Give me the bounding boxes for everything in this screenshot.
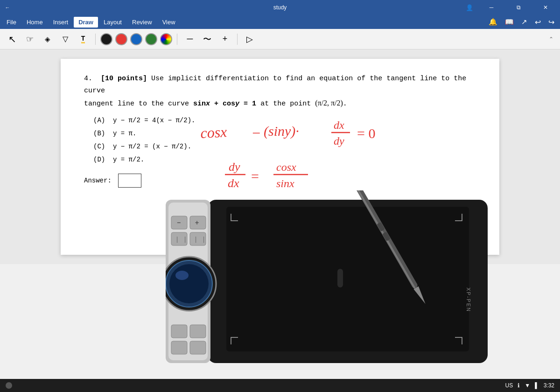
question-number: 4.: [84, 75, 92, 83]
menu-insert[interactable]: Insert: [49, 17, 73, 28]
add-tool[interactable]: +: [217, 32, 232, 47]
line-tool[interactable]: ─: [182, 32, 197, 47]
separator-2: [177, 34, 177, 45]
tablet-svg: − + │ │ │ │ XP-PEN: [166, 190, 492, 377]
menu-file[interactable]: File: [2, 17, 21, 28]
question-points: [10 points]: [101, 75, 147, 83]
answer-row: Answer:: [84, 174, 476, 188]
svg-point-22: [169, 264, 209, 303]
eraser-tool[interactable]: ◈: [40, 32, 55, 47]
bell-icon[interactable]: 🔔: [489, 18, 497, 26]
status-right: US ℹ ▼ ▌ 3:32: [505, 382, 554, 389]
book-icon[interactable]: 📖: [505, 18, 514, 26]
status-left: [6, 382, 12, 389]
status-circle: [6, 382, 12, 389]
separator-3: [237, 34, 238, 45]
color-multicolor[interactable]: [160, 33, 172, 45]
color-green[interactable]: [145, 33, 157, 45]
choice-a: (A) y − π/2 = 4(x − π/2).: [93, 114, 476, 127]
menu-view[interactable]: View: [158, 17, 180, 28]
share-icon[interactable]: ↗: [521, 18, 527, 26]
hand-tool[interactable]: ☞: [22, 32, 37, 47]
highlighter-tool[interactable]: T: [76, 32, 91, 47]
title-bar: ← study 👤 ─ ⧉ ✕: [0, 0, 560, 15]
question-text-line2: tangent line to the curve sinx + cosy = …: [84, 100, 347, 108]
back-button[interactable]: ←: [4, 4, 11, 11]
ribbon-collapse[interactable]: ⌃: [547, 34, 555, 44]
svg-text:│: │: [184, 236, 187, 243]
signal-icon: ▼: [525, 382, 530, 389]
svg-rect-30: [190, 325, 206, 338]
svg-text:XP-PEN: XP-PEN: [466, 287, 471, 312]
choice-d: (D) y = π/2.: [93, 153, 476, 166]
profile-icon[interactable]: 👤: [466, 4, 473, 11]
title-bar-left: ←: [4, 4, 11, 11]
wave-tool[interactable]: 〜: [200, 32, 215, 47]
choice-c: (C) y − π/2 = (x − π/2).: [93, 140, 476, 153]
menu-review[interactable]: Review: [127, 17, 157, 28]
window-title: study: [273, 4, 287, 11]
svg-rect-32: [190, 341, 206, 354]
status-bar: US ℹ ▼ ▌ 3:32: [0, 379, 560, 392]
svg-rect-31: [171, 341, 187, 354]
svg-text:│: │: [176, 236, 179, 243]
clock: 3:32: [544, 382, 554, 389]
undo-icon[interactable]: ↩: [535, 18, 541, 27]
answer-choices: (A) y − π/2 = 4(x − π/2). (B) y = π. (C)…: [93, 114, 476, 166]
info-icon: ℹ: [518, 382, 520, 389]
redo-icon[interactable]: ↪: [548, 18, 554, 27]
menu-bar: File Home Insert Draw Layout Review View…: [0, 15, 560, 29]
minimize-button[interactable]: ─: [481, 0, 502, 15]
svg-rect-29: [171, 325, 187, 338]
pointer-tool[interactable]: ▷: [242, 32, 257, 47]
answer-input[interactable]: [118, 174, 141, 188]
filter-tool[interactable]: ▽: [58, 32, 73, 47]
restore-button[interactable]: ⧉: [508, 0, 529, 15]
cursor-tool[interactable]: ↖: [5, 32, 20, 47]
svg-rect-16: [226, 207, 469, 351]
battery-icon: ▌: [535, 382, 539, 389]
svg-text:│: │: [195, 236, 198, 243]
svg-text:│: │: [203, 236, 206, 243]
answer-label: Answer:: [84, 176, 112, 184]
menu-draw[interactable]: Draw: [74, 17, 98, 28]
ribbon-toolbar: ↖ ☞ ◈ ▽ T ─ 〜 + ▷ ⌃: [0, 29, 560, 49]
separator-1: [95, 34, 96, 45]
locale-label: US: [505, 382, 513, 389]
svg-rect-17: [337, 269, 343, 287]
question-header: 4. [10 points] Use implicit differentiat…: [84, 73, 476, 110]
svg-point-23: [175, 271, 189, 280]
svg-text:+: +: [195, 219, 199, 226]
color-blue[interactable]: [130, 33, 142, 45]
menu-right-actions: 🔔 📖 ↗ ↩ ↪: [489, 18, 558, 27]
tablet-device: − + │ │ │ │ XP-PEN: [166, 190, 492, 379]
color-red[interactable]: [115, 33, 127, 45]
color-black[interactable]: [100, 33, 112, 45]
title-bar-controls: 👤 ─ ⧉ ✕: [466, 0, 556, 15]
menu-layout[interactable]: Layout: [99, 17, 126, 28]
close-button[interactable]: ✕: [535, 0, 556, 15]
svg-text:−: −: [177, 219, 181, 226]
menu-home[interactable]: Home: [22, 17, 48, 28]
choice-b: (B) y = π.: [93, 127, 476, 140]
